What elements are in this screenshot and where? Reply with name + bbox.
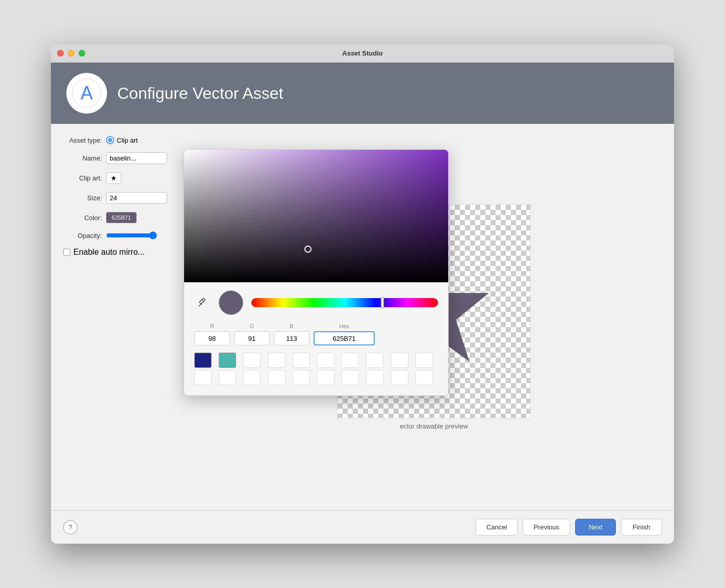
swatch-4[interactable] <box>268 353 286 368</box>
swatch-8[interactable] <box>366 353 383 368</box>
clip-art-label: Clip art: <box>61 174 102 182</box>
swatch-19[interactable] <box>391 370 408 385</box>
header: A Configure Vector Asset <box>51 63 674 124</box>
asset-type-row: Asset type: Clip art <box>61 136 184 144</box>
next-button[interactable]: Next <box>575 519 616 536</box>
swatch-16[interactable] <box>317 370 334 385</box>
enable-mirror-label: Enable auto mirro... <box>73 248 145 257</box>
svg-text:A: A <box>81 83 93 103</box>
traffic-lights <box>57 50 85 57</box>
swatches-row-2 <box>194 370 438 385</box>
footer: ? Cancel Previous Next Finish <box>51 510 674 544</box>
swatch-17[interactable] <box>342 370 359 385</box>
main-window: Asset Studio A Configure Vector Asset As… <box>51 44 674 544</box>
g-input[interactable] <box>234 331 270 345</box>
color-cursor <box>304 246 312 253</box>
swatch-5[interactable] <box>293 353 310 368</box>
content-area: Asset type: Clip art Name: Clip art: ★ S… <box>51 124 674 510</box>
current-color-circle <box>219 290 243 315</box>
swatch-7[interactable] <box>342 353 359 368</box>
hue-thumb <box>381 297 384 308</box>
hue-slider[interactable] <box>251 298 438 307</box>
r-input[interactable] <box>194 331 230 345</box>
color-gradient[interactable] <box>184 150 448 282</box>
size-label: Size: <box>61 194 102 202</box>
previous-button[interactable]: Previous <box>523 519 570 536</box>
swatch-14[interactable] <box>268 370 286 385</box>
enable-mirror-checkbox[interactable] <box>63 249 70 256</box>
name-row: Name: <box>61 152 184 164</box>
b-field: B <box>274 323 309 345</box>
radio-dot <box>106 136 114 144</box>
swatch-20[interactable] <box>416 370 433 385</box>
enable-mirror-row: Enable auto mirro... <box>61 248 184 257</box>
size-row: Size: <box>61 192 184 204</box>
hex-input[interactable] <box>314 331 375 345</box>
r-field: R <box>194 323 230 345</box>
maximize-button[interactable] <box>79 50 85 57</box>
color-picker-controls: R G B Hex <box>184 282 448 395</box>
swatch-10[interactable] <box>416 353 433 368</box>
swatch-3[interactable] <box>243 353 261 368</box>
asset-type-label: Asset type: <box>61 137 102 144</box>
color-swatch[interactable]: 625B71 <box>106 212 137 223</box>
swatches-row-1 <box>194 353 438 368</box>
swatch-15[interactable] <box>293 370 310 385</box>
color-value: 625B71 <box>112 215 131 221</box>
size-input[interactable] <box>106 192 167 204</box>
color-row: Color: 625B71 <box>61 212 184 223</box>
cancel-button[interactable]: Cancel <box>476 519 517 536</box>
color-label: Color: <box>61 214 102 222</box>
help-icon: ? <box>68 523 72 531</box>
asset-type-radio[interactable]: Clip art <box>106 136 138 144</box>
clip-art-button[interactable]: ★ <box>106 172 121 184</box>
swatch-13[interactable] <box>243 370 261 385</box>
header-icon: A <box>66 73 107 114</box>
swatch-18[interactable] <box>366 370 383 385</box>
close-button[interactable] <box>57 50 64 57</box>
opacity-slider[interactable] <box>106 231 157 239</box>
title-bar: Asset Studio <box>51 44 674 63</box>
page-title: Configure Vector Asset <box>117 84 283 103</box>
minimize-button[interactable] <box>68 50 74 57</box>
rgb-row: R G B Hex <box>194 323 438 345</box>
controls-row <box>194 290 438 315</box>
g-field: G <box>234 323 270 345</box>
swatch-6[interactable] <box>317 353 334 368</box>
swatch-9[interactable] <box>391 353 408 368</box>
b-label: B <box>290 323 293 329</box>
name-input[interactable] <box>106 152 167 164</box>
swatch-11[interactable] <box>194 370 212 385</box>
g-label: G <box>250 323 254 329</box>
hex-field: Hex <box>314 323 375 345</box>
color-picker-popup: R G B Hex <box>184 149 449 396</box>
eyedropper-button[interactable] <box>194 295 211 311</box>
clip-art-row: Clip art: ★ <box>61 172 184 184</box>
r-label: R <box>210 323 214 329</box>
swatch-2[interactable] <box>219 353 236 368</box>
opacity-label: Opacity: <box>61 232 102 239</box>
finish-button[interactable]: Finish <box>621 519 662 536</box>
clip-art-icon: ★ <box>111 174 117 182</box>
help-button[interactable]: ? <box>63 520 77 534</box>
swatch-12[interactable] <box>219 370 236 385</box>
window-title: Asset Studio <box>342 49 382 57</box>
b-input[interactable] <box>274 331 309 345</box>
name-label: Name: <box>61 154 102 162</box>
asset-type-value: Clip art <box>117 137 138 144</box>
swatch-1[interactable] <box>194 353 212 368</box>
hex-label: Hex <box>339 323 349 329</box>
opacity-row: Opacity: <box>61 231 184 239</box>
left-panel: Asset type: Clip art Name: Clip art: ★ S… <box>51 124 194 510</box>
preview-label: ector drawable preview <box>400 422 468 430</box>
